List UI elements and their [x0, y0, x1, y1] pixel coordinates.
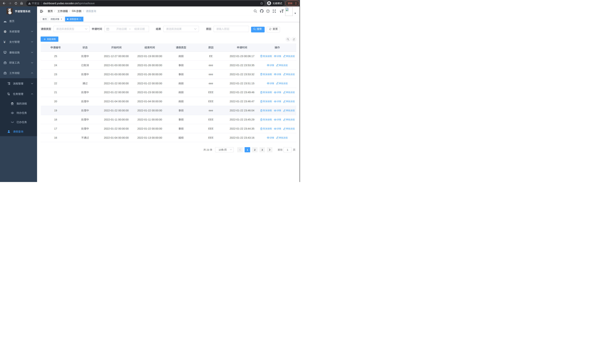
svg-text:?: ? — [267, 10, 269, 12]
